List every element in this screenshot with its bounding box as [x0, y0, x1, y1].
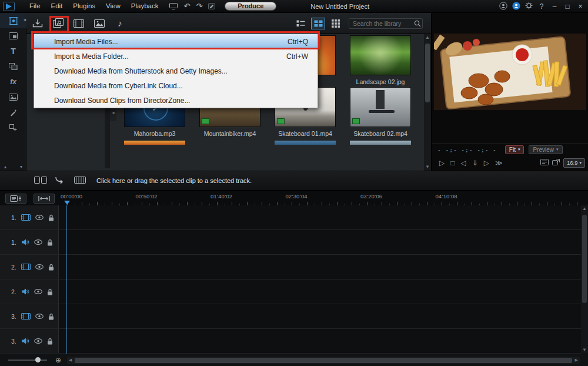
- preview-quality-select[interactable]: Preview ▾: [529, 145, 562, 154]
- storyboard-icon[interactable]: [34, 177, 47, 185]
- signin-user-icon[interactable]: [512, 2, 520, 11]
- import-menu-item[interactable]: Download Media from Shutterstock and Get…: [34, 64, 318, 78]
- library-item-partial[interactable]: [117, 141, 192, 145]
- track-lane[interactable]: [59, 205, 581, 229]
- close-button[interactable]: ×: [576, 2, 584, 11]
- track-header[interactable]: 3.: [0, 329, 59, 353]
- media-thumbnail[interactable]: [350, 35, 411, 75]
- media-thumbnail-partial[interactable]: [350, 141, 411, 145]
- popout-window-icon[interactable]: [552, 159, 560, 167]
- menubar-item[interactable]: File: [24, 0, 46, 12]
- track-manager-button[interactable]: [5, 194, 26, 204]
- photo-filter-icon[interactable]: [92, 16, 107, 31]
- library-scrollbar[interactable]: ▲ ▼: [424, 34, 431, 171]
- lock-icon[interactable]: [48, 313, 54, 320]
- insert-arrow-icon[interactable]: [55, 176, 66, 185]
- library-menu-icon[interactable]: [329, 18, 343, 29]
- eye-icon[interactable]: [35, 215, 44, 220]
- preview-timecode[interactable]: - -;- -;- -;- -: [437, 147, 497, 153]
- track-lane[interactable]: [59, 230, 581, 254]
- import-menu-item[interactable]: Import Media Files... Ctrl+Q: [34, 34, 318, 49]
- sidebar-expander[interactable]: ▴ ▾: [0, 164, 26, 169]
- expander-up-icon[interactable]: ▴: [4, 164, 6, 169]
- lock-icon[interactable]: [47, 288, 53, 295]
- thumbnail-view-icon[interactable]: [311, 18, 325, 29]
- track-hint-bar[interactable]: Click here or drag the selected clip to …: [0, 171, 588, 191]
- media-thumbnail-partial[interactable]: [275, 141, 336, 145]
- track-lane[interactable]: [59, 304, 581, 328]
- track-header[interactable]: 1.: [0, 230, 59, 254]
- next-frame-button[interactable]: ▷: [484, 159, 489, 167]
- timeline-horizontal-scrollbar[interactable]: ◀ ▶: [67, 357, 580, 364]
- library-item-partial[interactable]: [268, 141, 343, 145]
- capture-icon[interactable]: [169, 3, 178, 9]
- scroll-up-icon[interactable]: ▲: [425, 34, 430, 41]
- eye-icon[interactable]: [35, 264, 44, 269]
- menubar-item[interactable]: Edit: [46, 0, 68, 12]
- eye-icon[interactable]: [34, 338, 42, 344]
- import-menu-item[interactable]: Download Sound Clips from DirectorZone..…: [34, 93, 318, 108]
- eye-icon[interactable]: [35, 314, 44, 319]
- library-item-partial[interactable]: [343, 141, 418, 145]
- modify-icon[interactable]: [208, 3, 215, 9]
- play-button[interactable]: ▷: [439, 159, 445, 167]
- previous-frame-button[interactable]: ◁: [460, 159, 466, 167]
- sidebar-item-titles-room[interactable]: T: [0, 44, 26, 59]
- media-thumbnail[interactable]: [350, 87, 411, 127]
- fast-forward-button[interactable]: ≫: [495, 159, 503, 167]
- sidebar-item-transitions-room[interactable]: [0, 59, 26, 74]
- account-icon[interactable]: [499, 2, 507, 11]
- library-item[interactable]: Skateboard 02.mp4: [343, 87, 418, 137]
- track-header[interactable]: 3.: [0, 304, 59, 328]
- sidebar-item-chapters-room[interactable]: [0, 120, 26, 135]
- range-select-button[interactable]: [34, 194, 55, 204]
- scroll-right-icon[interactable]: ▶: [573, 357, 580, 364]
- lock-icon[interactable]: [48, 264, 54, 271]
- sidebar-item-effects-room[interactable]: fx: [0, 74, 26, 89]
- zoom-slider-handle[interactable]: [35, 357, 41, 362]
- library-item[interactable]: Landscape 02.jpg: [343, 35, 418, 85]
- timeline-scrollbar-thumb[interactable]: [582, 215, 587, 303]
- import-media-icon[interactable]: [30, 16, 45, 31]
- settings-gear-icon[interactable]: [525, 2, 533, 11]
- eye-icon[interactable]: [34, 239, 42, 245]
- scroll-up-icon[interactable]: ▲: [582, 205, 587, 212]
- video-filter-icon[interactable]: [71, 16, 86, 31]
- search-icon[interactable]: [414, 20, 421, 28]
- zoom-slider[interactable]: [8, 360, 47, 361]
- track-lane[interactable]: [59, 255, 581, 279]
- track-header[interactable]: 2.: [0, 255, 59, 279]
- zoom-in-icon[interactable]: ⊕: [55, 356, 61, 364]
- collapse-panel-icon[interactable]: ◂: [24, 17, 26, 22]
- eye-icon[interactable]: [34, 289, 42, 294]
- produce-button[interactable]: Produce: [225, 2, 276, 11]
- lock-icon[interactable]: [48, 214, 54, 221]
- list-view-icon[interactable]: [293, 18, 308, 29]
- sidebar-item-media-room[interactable]: ◂: [0, 13, 26, 28]
- track-lane[interactable]: [59, 280, 581, 304]
- library-scrollbar-thumb[interactable]: [425, 44, 430, 102]
- library-item-partial[interactable]: [192, 141, 268, 145]
- menubar-item[interactable]: Plugins: [68, 0, 101, 12]
- scroll-down-icon[interactable]: ▼: [425, 164, 430, 171]
- undo-icon[interactable]: ↶: [183, 1, 190, 12]
- scroll-down-icon[interactable]: ▼: [582, 347, 587, 354]
- capture-frame-button[interactable]: ⇓: [472, 159, 478, 167]
- media-content-icon[interactable]: [51, 16, 66, 31]
- expander-down-icon[interactable]: ▾: [20, 164, 22, 169]
- maximize-button[interactable]: □: [563, 2, 572, 11]
- menubar-item[interactable]: View: [101, 0, 126, 12]
- preview-options-icon[interactable]: [540, 159, 549, 167]
- track-header[interactable]: 2.: [0, 280, 59, 304]
- timeline-track-icon[interactable]: [74, 177, 86, 185]
- preview-video-frame[interactable]: [434, 34, 586, 110]
- media-thumbnail-partial[interactable]: [124, 141, 185, 145]
- track-lane[interactable]: [59, 329, 581, 353]
- minimize-button[interactable]: –: [550, 2, 559, 11]
- lock-icon[interactable]: [47, 239, 53, 246]
- sidebar-item-overlays-room[interactable]: [0, 89, 26, 105]
- track-header[interactable]: 1.: [0, 205, 59, 229]
- scroll-left-icon[interactable]: ◀: [67, 357, 74, 364]
- timeline-vertical-scrollbar[interactable]: ▲ ▼: [581, 205, 588, 354]
- playhead-marker[interactable]: [64, 201, 70, 205]
